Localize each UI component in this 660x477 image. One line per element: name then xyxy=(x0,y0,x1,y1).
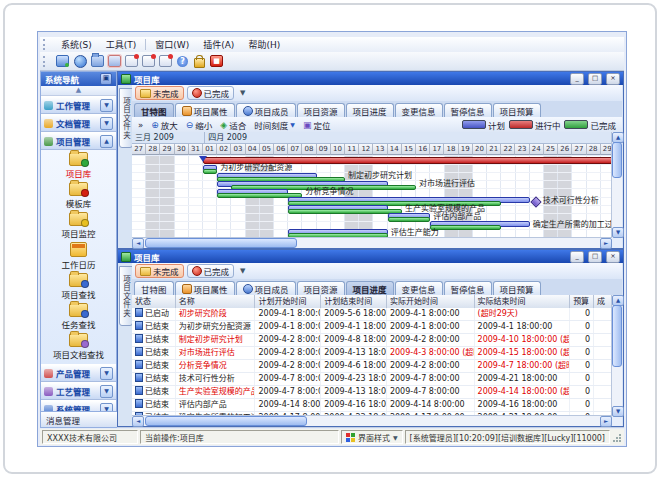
close-button[interactable]: × xyxy=(606,73,620,85)
sidebar-group-1[interactable]: 文档管理▼ xyxy=(41,114,116,132)
report-add-icon-button[interactable] xyxy=(141,54,156,68)
project-folder-sidetab[interactable]: 项目文件夹 xyxy=(119,266,133,326)
actual-bar-生产实验室规模的产品[interactable] xyxy=(288,209,402,214)
table-row[interactable]: 已结束对市场进行评估2009-4-2 8:00:002009-4-13 18:0… xyxy=(132,347,612,360)
table-hscrollbar[interactable]: ◄ ► xyxy=(132,415,612,426)
gantt-tab-项目属性[interactable]: 项目属性 xyxy=(175,103,235,117)
time-scale-button[interactable]: 时间刻度▼ xyxy=(251,118,298,132)
actual-bar-评估内部产品[interactable] xyxy=(388,217,431,222)
chevron-down-icon[interactable]: ▼ xyxy=(100,117,113,130)
progress-tab-项目成员[interactable]: 项目成员 xyxy=(236,281,296,295)
menu-item-3[interactable]: 插件(A) xyxy=(196,37,241,52)
sidebar-item-模板库[interactable]: 模板库 xyxy=(41,182,116,209)
minimize-button[interactable]: _ xyxy=(570,73,584,85)
progress-tab-甘特图[interactable]: 甘特图 xyxy=(134,281,174,295)
table-row[interactable]: 已启动初步研究阶段2009-4-1 8:00:002009-5-6 18:00:… xyxy=(132,308,612,321)
gantt-hscrollbar[interactable]: ◄ ► xyxy=(132,237,612,248)
locate-button[interactable]: ▣定位 xyxy=(300,118,334,132)
table-row[interactable]: 已结束制定初步研究计划2009-4-2 8:00:002009-4-8 18:0… xyxy=(132,334,612,347)
column-header-预算[interactable]: 预算 xyxy=(570,295,594,308)
report-remove-icon-button[interactable] xyxy=(158,54,173,68)
scroll-left-icon[interactable]: ◄ xyxy=(132,416,144,427)
table-row[interactable]: 已结束为初步研究分配资源2009-4-1 8:00:002009-4-1 18:… xyxy=(132,321,612,334)
gantt-vscrollbar[interactable]: ▲ ▼ xyxy=(611,132,622,238)
actual-bar-为初步研究分配资源[interactable] xyxy=(203,169,217,174)
column-header-名称[interactable]: 名称 xyxy=(176,295,256,308)
vscroll-thumb[interactable] xyxy=(612,142,622,178)
restore-button[interactable]: □ xyxy=(588,73,602,85)
sidebar-item-项目文档查找[interactable]: 项目文档查找 xyxy=(41,333,116,360)
save-icon-button[interactable] xyxy=(107,54,122,68)
ui-style-selector[interactable]: 界面样式 ▼ xyxy=(341,430,403,444)
help-icon-button[interactable]: ? xyxy=(175,54,190,68)
gantt-panel-titlebar[interactable]: 项目库 _ □ × xyxy=(118,72,623,85)
sidebar-item-项目查找[interactable]: 项目查找 xyxy=(41,273,116,300)
mail-icon-button[interactable] xyxy=(124,54,139,68)
workspace-icon-button[interactable] xyxy=(55,54,70,68)
progress-panel-titlebar[interactable]: 项目库 _ □ × xyxy=(118,250,623,263)
progress-tab-项目进度[interactable]: 项目进度 xyxy=(346,281,394,295)
close-button[interactable]: × xyxy=(606,251,620,263)
filter-unfinished-button[interactable]: 未完成 xyxy=(135,264,184,278)
chevron-down-icon[interactable]: ▼ xyxy=(100,385,113,398)
hscroll-thumb[interactable] xyxy=(145,238,297,248)
gantt-tab-项目成员[interactable]: 项目成员 xyxy=(236,103,296,117)
menu-item-1[interactable]: 工具(T) xyxy=(99,37,144,52)
filter-unfinished-button[interactable]: 未完成 xyxy=(135,86,184,100)
scroll-right-icon[interactable]: ► xyxy=(600,416,612,427)
vscroll-thumb[interactable] xyxy=(612,305,622,367)
filter-more-dropdown[interactable]: ▼ xyxy=(237,89,248,97)
scroll-right-icon[interactable]: ► xyxy=(600,238,612,249)
zoom-out-button[interactable]: ⊖缩小 xyxy=(183,118,216,132)
menu-item-2[interactable]: 窗口(W) xyxy=(148,37,196,52)
sidebar-group-2[interactable]: 项目管理▲ xyxy=(41,132,116,150)
zoom-in-button[interactable]: ⊕放大 xyxy=(148,118,181,132)
sidebar-scroll-up[interactable]: ▲ xyxy=(41,86,116,96)
table-row[interactable]: 已结束技术可行性分析2009-4-7 8:00:002009-4-23 18:0… xyxy=(132,373,612,386)
gantt-tab-项目资源[interactable]: 项目资源 xyxy=(297,103,345,117)
chevron-up-icon[interactable]: ▲ xyxy=(100,135,113,148)
gantt-tab-项目预算[interactable]: 项目预算 xyxy=(493,103,541,117)
gantt-tab-项目进度[interactable]: 项目进度 xyxy=(346,103,394,117)
table-vscrollbar[interactable]: ▲ ▼ xyxy=(611,295,622,417)
scroll-left-icon[interactable]: ◄ xyxy=(132,238,144,249)
project-folder-sidetab[interactable]: 项目文件夹 xyxy=(119,88,133,148)
sidebar-group-4[interactable]: 工艺管理▼ xyxy=(41,382,116,400)
gantt-tab-变更信息[interactable]: 变更信息 xyxy=(395,103,443,117)
sidebar-item-工作日历[interactable]: 工作日历 xyxy=(41,242,116,270)
network-icon-button[interactable] xyxy=(73,54,88,68)
column-header-成[interactable]: 成 xyxy=(594,295,612,308)
column-header-实际结束时间[interactable]: 实际结束时间 xyxy=(475,295,571,308)
gantt-tab-甘特图[interactable]: 甘特图 xyxy=(134,103,174,117)
gantt-tab-暂停信息[interactable]: 暂停信息 xyxy=(444,103,492,117)
filter-finished-button[interactable]: 已完成 xyxy=(187,264,235,278)
fit-button[interactable]: ◈适合 xyxy=(217,118,249,132)
progress-tab-暂停信息[interactable]: 暂停信息 xyxy=(444,281,492,295)
table-row[interactable]: 已结束生产实验室规模的产品2009-4-7 8:00:002009-4-13 1… xyxy=(132,386,612,399)
filter-more-dropdown[interactable]: ▼ xyxy=(237,267,248,275)
chevron-down-icon[interactable]: ▼ xyxy=(100,367,113,380)
exit-icon-button[interactable]: ■ xyxy=(209,54,224,68)
pin-icon[interactable]: ▣ xyxy=(100,73,112,85)
sidebar-item-项目监控[interactable]: 项目监控 xyxy=(41,212,116,239)
column-header-计划结束时间[interactable]: 计划结束时间 xyxy=(321,295,387,308)
message-manager-tab[interactable]: 消息管理 xyxy=(40,411,127,428)
column-header-状态[interactable]: 状态 xyxy=(132,295,176,308)
progress-tab-变更信息[interactable]: 变更信息 xyxy=(395,281,443,295)
chevron-down-icon[interactable]: ▼ xyxy=(100,99,113,112)
restore-button[interactable]: □ xyxy=(588,251,602,263)
hscroll-thumb[interactable] xyxy=(145,416,307,426)
resize-grip[interactable] xyxy=(612,431,622,443)
more-tools-button[interactable]: » xyxy=(135,119,146,131)
table-row[interactable]: 已结束分析竞争情况2009-4-2 8:00:002009-4-6 18:00:… xyxy=(132,360,612,373)
sidebar-group-3[interactable]: 产品管理▼ xyxy=(41,364,116,382)
progress-tab-项目预算[interactable]: 项目预算 xyxy=(493,281,541,295)
scroll-down-icon[interactable]: ▼ xyxy=(612,406,624,417)
column-header-计划开始时间[interactable]: 计划开始时间 xyxy=(255,295,321,308)
column-header-实际开始时间[interactable]: 实际开始时间 xyxy=(387,295,475,308)
sidebar-group-0[interactable]: 工作管理▼ xyxy=(41,96,116,114)
progress-tab-项目资源[interactable]: 项目资源 xyxy=(297,281,345,295)
minimize-button[interactable]: _ xyxy=(570,251,584,263)
sidebar-item-任务查找[interactable]: 任务查找 xyxy=(41,303,116,330)
scroll-down-icon[interactable]: ▼ xyxy=(612,227,624,238)
